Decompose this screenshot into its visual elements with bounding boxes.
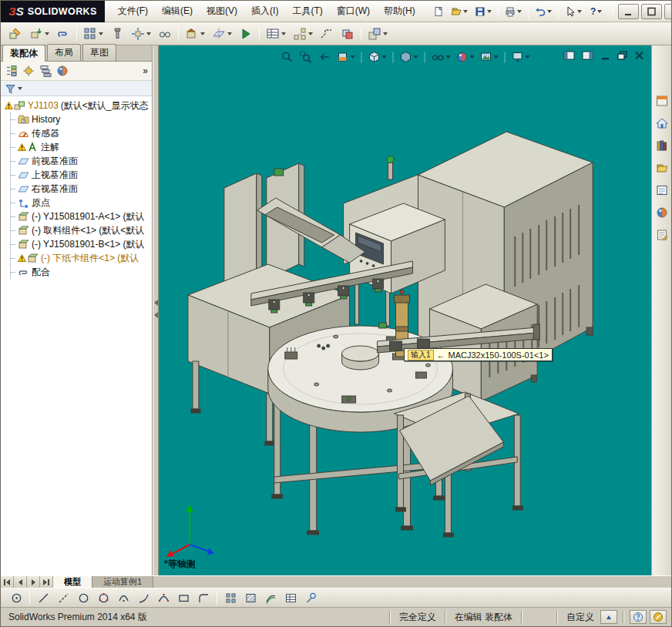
centerpoint-circle-tool[interactable]	[7, 589, 25, 606]
minimize-button[interactable]	[618, 4, 639, 19]
hide-show-items-button[interactable]	[429, 49, 452, 65]
machine-3d-view[interactable]	[159, 45, 651, 575]
crosshatch-tool[interactable]	[241, 589, 260, 606]
select-dropdown-caret[interactable]	[577, 10, 582, 13]
help-dropdown-caret[interactable]	[597, 10, 602, 13]
move-component-button[interactable]	[128, 24, 154, 44]
bill-of-materials-button[interactable]	[263, 24, 289, 44]
splitter-collapse-arrow[interactable]	[154, 312, 158, 318]
tree-item-top-plane[interactable]: 上视基准面	[11, 168, 152, 182]
undo-button[interactable]	[532, 3, 555, 20]
balloon-tool[interactable]	[301, 589, 320, 606]
menu-view[interactable]: 视图(V)	[200, 0, 244, 22]
menu-window[interactable]: 窗口(W)	[330, 0, 377, 22]
minimize-document-button[interactable]	[600, 51, 610, 60]
tab-layout[interactable]: 布局	[47, 44, 81, 61]
centerline-tool[interactable]	[54, 589, 72, 606]
dropdown-caret[interactable]	[99, 32, 103, 35]
tree-item-root-assembly[interactable]: YJ1103 (默认<默认_显示状态	[5, 99, 152, 112]
explode-line-sketch-button[interactable]	[317, 24, 337, 44]
panel-splitter[interactable]	[153, 45, 159, 575]
view-settings-button[interactable]	[509, 49, 531, 65]
assembly-features-button[interactable]	[182, 24, 208, 44]
dropdown-caret[interactable]	[469, 55, 474, 59]
dropdown-caret[interactable]	[525, 55, 529, 59]
tab-model[interactable]: 模型	[53, 576, 92, 588]
tree-item-history[interactable]: History	[11, 112, 152, 126]
previous-tab-button[interactable]	[14, 576, 27, 588]
home-icon[interactable]	[654, 116, 670, 131]
dropdown-caret[interactable]	[413, 55, 418, 59]
interference-detection-button[interactable]	[338, 24, 358, 44]
smart-fasteners-button[interactable]	[107, 24, 127, 44]
custom-properties-icon[interactable]	[654, 227, 670, 243]
pane-left-icon[interactable]	[563, 51, 575, 60]
maximize-button[interactable]	[641, 4, 662, 19]
mate-button[interactable]	[53, 24, 73, 44]
quick-tip-icon[interactable]	[630, 610, 647, 624]
menu-tools[interactable]: 工具(T)	[285, 0, 329, 22]
performance-icon[interactable]	[650, 610, 667, 624]
line-tool[interactable]	[34, 589, 52, 606]
tree-item-component-pickup[interactable]: (-) 取料组件<1> (默认<默认	[11, 223, 152, 237]
apply-scene-button[interactable]	[478, 49, 499, 65]
menu-help[interactable]: 帮助(H)	[377, 0, 422, 22]
three-point-arc-tool[interactable]	[154, 589, 173, 606]
tree-item-sensors[interactable]: 传感器	[11, 126, 152, 140]
linear-component-pattern-button[interactable]	[80, 24, 106, 44]
large-assembly-mode-button[interactable]	[365, 24, 391, 44]
open-dropdown-caret[interactable]	[463, 10, 468, 13]
dropdown-caret[interactable]	[146, 32, 151, 35]
save-dropdown-caret[interactable]	[487, 10, 492, 13]
filter-funnel-icon[interactable]	[5, 83, 15, 94]
menu-insert[interactable]: 插入(I)	[244, 0, 285, 22]
displaymanager-icon[interactable]	[55, 64, 69, 78]
tab-assembly[interactable]: 装配体	[2, 45, 45, 62]
next-tab-button[interactable]	[27, 576, 40, 588]
tree-item-mates[interactable]: 配合	[11, 265, 152, 279]
tangent-arc-tool[interactable]	[134, 589, 153, 606]
dropdown-caret[interactable]	[445, 55, 450, 59]
featuremanager-design-tree-icon[interactable]	[5, 64, 18, 78]
dropdown-caret[interactable]	[350, 55, 354, 59]
tree-item-right-plane[interactable]: 右视基准面	[11, 182, 152, 196]
sketch-fillet-tool[interactable]	[194, 589, 213, 606]
splitter-collapse-arrow[interactable]	[154, 300, 158, 306]
file-explorer-icon[interactable]	[654, 160, 670, 176]
dropdown-caret[interactable]	[381, 55, 386, 59]
circle-tool[interactable]	[74, 589, 92, 606]
exploded-view-button[interactable]	[290, 24, 316, 44]
dropdown-caret[interactable]	[227, 32, 232, 35]
convert-entities-tool[interactable]	[261, 589, 280, 606]
dropdown-caret[interactable]	[493, 55, 498, 59]
menu-edit[interactable]: 编辑(E)	[155, 0, 200, 22]
close-button[interactable]	[664, 4, 672, 19]
reference-geometry-button[interactable]	[209, 24, 235, 44]
zoom-to-fit-button[interactable]	[279, 49, 295, 65]
pane-right-icon[interactable]	[582, 51, 593, 60]
menu-file[interactable]: 文件(F)	[111, 0, 155, 22]
previous-view-button[interactable]	[316, 49, 332, 65]
insert-components-button[interactable]	[26, 24, 52, 44]
appearances-scenes-icon[interactable]	[654, 205, 670, 220]
undo-dropdown-caret[interactable]	[547, 10, 552, 13]
design-library-icon[interactable]	[654, 138, 670, 153]
view-orientation-button[interactable]	[366, 49, 388, 65]
propertymanager-icon[interactable]	[22, 64, 35, 78]
solidworks-resources-icon[interactable]	[654, 93, 670, 109]
print-dropdown-caret[interactable]	[517, 10, 522, 13]
save-button[interactable]	[472, 3, 495, 20]
dropdown-caret[interactable]	[200, 32, 205, 35]
first-tab-button[interactable]	[1, 576, 14, 588]
expand-toolbar-button[interactable]	[600, 610, 617, 624]
display-style-button[interactable]	[398, 49, 419, 65]
centerpoint-arc-tool[interactable]	[114, 589, 133, 606]
component-callout[interactable]: 输入1 ← MACJ32x150-100S-01<1>	[404, 348, 553, 361]
last-tab-button[interactable]	[40, 576, 53, 588]
print-button[interactable]	[502, 3, 525, 20]
view-palette-icon[interactable]	[654, 183, 670, 198]
table-tool[interactable]	[281, 589, 300, 606]
tab-sketch[interactable]: 草图	[82, 44, 116, 61]
tree-item-component-a[interactable]: (-) YJ15081901-A<1> (默认	[11, 210, 152, 223]
dropdown-caret[interactable]	[308, 32, 313, 35]
